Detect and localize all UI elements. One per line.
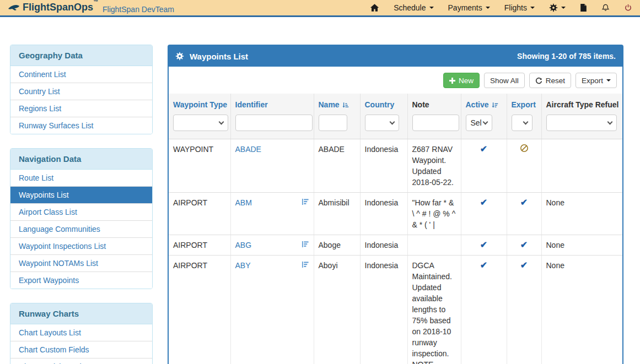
identifier-link[interactable]: ABY	[235, 260, 251, 271]
menu-flights[interactable]: Flights	[504, 3, 535, 12]
identifier-link[interactable]: ABG	[235, 240, 252, 251]
sidebar-item-language-communities[interactable]: Language Communities	[10, 221, 152, 238]
cell-identifier: ABY	[230, 256, 314, 364]
top-navbar: FlightSpanOps™ FlightSpan DevTeam Schedu…	[0, 0, 640, 17]
cell-note: Z687 RNAV Waypoint. Updated 2018-05-22.	[407, 139, 461, 193]
cell-country: Indonesia	[360, 235, 407, 256]
column-header-identifier[interactable]: Identifier	[230, 94, 314, 110]
cell-country: Indonesia	[360, 256, 407, 364]
table-filter-row: Sel	[169, 110, 622, 139]
filter-select-aircraft-type-refuel[interactable]	[546, 115, 617, 131]
identifier-link[interactable]: ABM	[235, 197, 252, 208]
menu-settings[interactable]	[549, 3, 566, 12]
sidebar-panel-navigation-data: Navigation DataRoute ListWaypoints ListA…	[10, 148, 153, 289]
home-icon[interactable]	[370, 3, 379, 12]
cell-name: Abmisibil	[314, 193, 360, 235]
ban-icon	[520, 145, 529, 154]
cell-waypoint-type: AIRPORT	[169, 256, 230, 364]
runway-chart-icon[interactable]	[302, 260, 309, 271]
caret-down-icon	[561, 7, 566, 9]
trademark: ™	[93, 0, 98, 4]
filter-input-note[interactable]	[412, 115, 459, 131]
gear-icon	[549, 3, 558, 12]
sidebar-item-chart-layouts-list[interactable]: Chart Layouts List	[10, 324, 152, 341]
filter-input-identifier[interactable]	[235, 115, 313, 131]
runway-chart-icon[interactable]	[302, 197, 309, 208]
brand[interactable]: FlightSpanOps™	[8, 2, 98, 13]
cell-identifier: ABM	[230, 193, 314, 235]
reset-button[interactable]: Reset	[529, 73, 571, 88]
filter-select-active[interactable]: Sel	[466, 115, 492, 131]
sidebar-item-chart-custom-fields[interactable]: Chart Custom Fields	[10, 341, 152, 358]
table-header-row: Waypoint TypeIdentifierName CountryNoteA…	[169, 94, 622, 110]
toolbar: New Show All Reset Export	[169, 67, 622, 94]
cell-waypoint-type: AIRPORT	[169, 193, 230, 235]
filter-select-country[interactable]	[365, 115, 399, 131]
sidebar-panel-geography-data: Geography DataContinent ListCountry List…	[10, 45, 153, 134]
column-header-name[interactable]: Name	[314, 94, 360, 110]
sidebar-item-country-list[interactable]: Country List	[10, 83, 152, 100]
document-icon[interactable]	[580, 3, 587, 12]
cell-export	[507, 139, 541, 193]
column-header-active[interactable]: Active	[461, 94, 507, 110]
table-row: AIRPORTABM AbmisibilIndonesia"How far * …	[169, 193, 622, 235]
menu-schedule[interactable]: Schedule	[394, 3, 433, 12]
brand-subtitle: FlightSpan DevTeam	[103, 5, 174, 14]
check-icon: ✔	[520, 198, 528, 207]
chevron-down-icon	[523, 119, 528, 124]
cell-name: Aboge	[314, 235, 360, 256]
column-header-waypoint-type[interactable]: Waypoint Type	[169, 94, 230, 110]
filter-select-waypoint-type[interactable]	[173, 115, 228, 131]
cell-refuel: None	[541, 235, 622, 256]
runway-chart-icon[interactable]	[302, 240, 309, 251]
panel-title: Navigation Data	[10, 149, 152, 170]
sidebar-item-waypoint-notams-list[interactable]: Waypoint NOTAMs List	[10, 255, 152, 272]
export-button[interactable]: Export	[576, 73, 617, 88]
plus-icon	[449, 78, 455, 84]
new-button[interactable]: New	[443, 73, 480, 88]
filter-input-name[interactable]	[319, 115, 347, 131]
column-header-aircraft-type-refuel: Aircraft Type Refuel	[541, 94, 622, 110]
bell-icon[interactable]	[601, 3, 610, 12]
sidebar-item-route-list[interactable]: Route List	[10, 170, 152, 187]
chevron-down-icon	[607, 119, 612, 124]
sidebar-item-chart-revisions-list[interactable]: Chart Revisions List	[10, 358, 152, 364]
sidebar: Geography DataContinent ListCountry List…	[10, 45, 153, 364]
column-header-export[interactable]: Export	[507, 94, 541, 110]
cell-name: ABADE	[314, 139, 360, 193]
check-icon: ✔	[520, 260, 528, 270]
sidebar-panel-runway-charts: Runway ChartsChart Layouts ListChart Cus…	[10, 303, 153, 364]
sidebar-item-airport-class-list[interactable]: Airport Class List	[10, 204, 152, 221]
gear-icon[interactable]	[175, 52, 184, 61]
sidebar-item-regions-list[interactable]: Regions List	[10, 100, 152, 117]
show-all-button[interactable]: Show All	[484, 73, 525, 88]
cell-refuel	[541, 139, 622, 193]
sort-icon	[340, 100, 349, 109]
menu-payments[interactable]: Payments	[448, 3, 490, 12]
check-icon: ✔	[480, 144, 487, 154]
waypoints-table: Waypoint TypeIdentifierName CountryNoteA…	[169, 94, 622, 364]
showing-count: Showing 1-20 of 785 items.	[517, 52, 616, 61]
cell-export: ✔	[507, 235, 541, 256]
cell-country: Indonesia	[360, 139, 407, 193]
sidebar-item-waypoints-list[interactable]: Waypoints List	[10, 187, 152, 204]
page-content: Geography DataContinent ListCountry List…	[0, 17, 640, 28]
sidebar-item-runway-surfaces-list[interactable]: Runway Surfaces List	[10, 117, 152, 134]
caret-down-icon	[530, 7, 535, 9]
filter-select-export[interactable]	[512, 115, 533, 131]
identifier-link[interactable]: ABADE	[235, 144, 261, 155]
sidebar-item-continent-list[interactable]: Continent List	[10, 66, 152, 83]
table-row: WAYPOINTABADEABADEIndonesiaZ687 RNAV Way…	[169, 139, 622, 193]
sidebar-item-export-waypoints[interactable]: Export Waypoints	[10, 272, 152, 289]
power-icon[interactable]	[624, 3, 632, 12]
check-icon: ✔	[480, 260, 487, 270]
cell-active: ✔	[461, 256, 507, 364]
page-title: Waypoints List	[190, 52, 512, 61]
column-header-country[interactable]: Country	[360, 94, 407, 110]
waypoints-panel: Waypoints List Showing 1-20 of 785 items…	[168, 45, 623, 364]
sidebar-item-waypoint-inspections-list[interactable]: Waypoint Inspections List	[10, 238, 152, 255]
panel-heading: Waypoints List Showing 1-20 of 785 items…	[169, 46, 622, 67]
cell-export: ✔	[507, 193, 541, 235]
cell-identifier: ABADE	[230, 139, 314, 193]
cell-identifier: ABG	[230, 235, 314, 256]
